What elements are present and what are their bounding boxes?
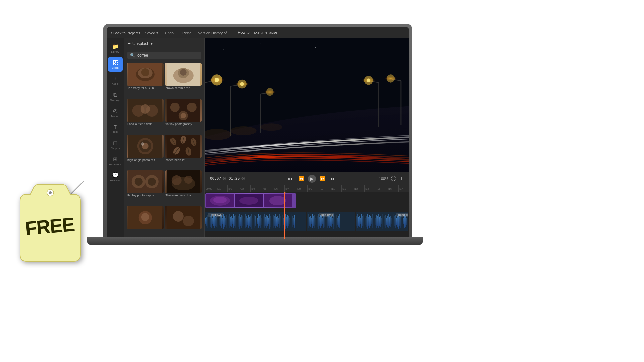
svg-rect-119	[232, 218, 233, 224]
svg-rect-133	[248, 215, 249, 228]
ruler-mark-09: :09	[307, 185, 319, 192]
media-item-coffee2-label: brown ceramic tea...	[165, 86, 202, 90]
rewind-button[interactable]: ⏪	[297, 175, 305, 183]
laptop-base	[87, 237, 423, 245]
undo-button[interactable]: Undo	[163, 30, 176, 36]
svg-rect-178	[309, 217, 310, 226]
svg-rect-214	[364, 215, 364, 228]
svg-rect-117	[230, 217, 231, 226]
svg-rect-141	[257, 218, 258, 224]
svg-rect-175	[306, 212, 307, 231]
media-thumb-coffee9	[127, 206, 164, 229]
free-tag: FREE	[10, 174, 104, 268]
svg-rect-243	[396, 218, 397, 225]
top-bar: ‹ Back to Projects Saved ▾ Undo Redo Ver…	[107, 27, 409, 38]
media-item-coffee2[interactable]: brown ceramic tea...	[165, 63, 202, 98]
svg-point-11	[141, 104, 150, 114]
svg-rect-182	[313, 216, 314, 226]
media-item-coffee6-label: coffee bean Iot	[165, 158, 202, 162]
redo-button[interactable]: Redo	[180, 30, 193, 36]
sidebar-item-transitions[interactable]: ⊞ Transitions	[108, 154, 123, 168]
svg-point-16	[180, 113, 186, 118]
play-pause-button[interactable]: ▶	[308, 175, 316, 183]
ruler-mark-02: :02	[227, 185, 239, 192]
media-item-coffee6[interactable]: coffee bean Iot	[165, 135, 202, 169]
svg-rect-237	[389, 217, 390, 226]
sidebar-item-motion[interactable]: ◎ Motion	[108, 105, 123, 120]
stock-icon: 🖼	[113, 60, 118, 66]
svg-rect-190	[322, 218, 323, 224]
pause-icon: ⏸	[398, 176, 403, 181]
version-history-icon: ↺	[224, 31, 227, 35]
sidebar-item-library[interactable]: 📁 Library	[108, 41, 123, 56]
svg-point-41	[184, 176, 192, 184]
svg-rect-103	[214, 215, 215, 228]
svg-rect-153	[271, 216, 271, 227]
media-item-coffee8[interactable]: The essentials of a ...	[165, 170, 202, 205]
sidebar-item-reviews[interactable]: 💬 Reviews	[108, 170, 123, 184]
media-item-coffee7[interactable]: flat lay photography ...	[127, 170, 164, 205]
playhead[interactable]	[284, 192, 285, 239]
media-thumb-coffee3	[127, 99, 164, 122]
media-item-coffee4[interactable]: flat lay photography ...	[165, 99, 202, 133]
laptop-screen: ‹ Back to Projects Saved ▾ Undo Redo Ver…	[107, 27, 409, 239]
version-history-button[interactable]: Version History ↺	[198, 31, 227, 35]
svg-rect-169	[288, 216, 289, 226]
sidebar-item-audio[interactable]: ♪ Audio	[108, 73, 123, 88]
svg-rect-206	[355, 212, 356, 231]
svg-rect-105	[217, 216, 217, 227]
svg-rect-185	[317, 216, 317, 227]
media-item-coffee10[interactable]	[165, 206, 202, 237]
svg-rect-166	[285, 214, 286, 229]
svg-rect-152	[269, 214, 270, 229]
fast-forward-button[interactable]: ⏩	[319, 175, 327, 183]
source-dropdown[interactable]: ✦ Unsplash ▾	[127, 41, 153, 46]
svg-point-71	[230, 126, 256, 135]
svg-rect-116	[229, 214, 229, 228]
svg-rect-174	[294, 215, 295, 228]
back-arrow-icon: ‹	[111, 31, 112, 35]
reviews-icon: 💬	[112, 172, 119, 178]
svg-rect-142	[258, 214, 259, 228]
ruler-mark-10: :10	[319, 185, 330, 192]
back-to-projects-button[interactable]: ‹ Back to Projects	[111, 31, 140, 35]
svg-rect-160	[278, 218, 279, 224]
svg-rect-171	[291, 214, 291, 228]
laptop-shell: ‹ Back to Projects Saved ▾ Undo Redo Ver…	[103, 24, 412, 239]
skip-to-start-button[interactable]: ⏮	[286, 175, 294, 183]
svg-point-76	[240, 82, 244, 86]
svg-rect-240	[393, 214, 393, 228]
media-thumb-coffee6	[165, 135, 202, 158]
media-item-coffee1[interactable]: Too early for a Guin...	[127, 63, 164, 98]
ruler-marks: 00:00 :01 :02 :03 :04 :05 :06 :07 :08 :0…	[205, 185, 409, 192]
timeline-content[interactable]: Rainbows Rainbows Rainbows	[205, 192, 409, 239]
search-input[interactable]	[137, 53, 198, 58]
source-chevron-icon: ▾	[151, 41, 153, 46]
media-item-coffee9[interactable]	[127, 206, 164, 237]
sidebar-item-text[interactable]: T Text	[108, 121, 123, 136]
svg-rect-129	[244, 218, 244, 224]
video-clip-1[interactable]	[205, 193, 296, 208]
sidebar-item-overlays[interactable]: ⧉ Overlays	[108, 89, 123, 104]
skip-to-end-button[interactable]: ⏭	[329, 175, 337, 183]
media-item-coffee5[interactable]: high angle photo of t...	[127, 135, 164, 169]
fullscreen-button[interactable]: ⛶	[391, 176, 396, 181]
svg-rect-244	[397, 216, 398, 227]
ruler-mark-07: :07	[284, 185, 296, 192]
saved-button[interactable]: Saved ▾	[145, 31, 158, 35]
sidebar-item-shapes[interactable]: ◻ Shapes	[108, 137, 123, 152]
svg-rect-232	[384, 216, 384, 226]
svg-rect-155	[273, 215, 273, 228]
stock-label: Stock	[112, 66, 118, 69]
svg-rect-238	[390, 216, 391, 227]
ruler-mark-01: :01	[216, 185, 227, 192]
svg-rect-252	[406, 218, 407, 225]
svg-rect-221	[371, 218, 372, 224]
audio-track-label-1: Rainbows	[208, 213, 223, 217]
svg-rect-151	[268, 218, 269, 224]
media-item-coffee8-label: The essentials of a ...	[165, 193, 202, 198]
motion-icon: ◎	[113, 108, 118, 114]
svg-point-53	[401, 53, 401, 53]
media-item-coffee3[interactable]: I had a friend defini...	[127, 99, 164, 133]
sidebar-item-stock[interactable]: 🖼 Stock	[108, 57, 123, 72]
